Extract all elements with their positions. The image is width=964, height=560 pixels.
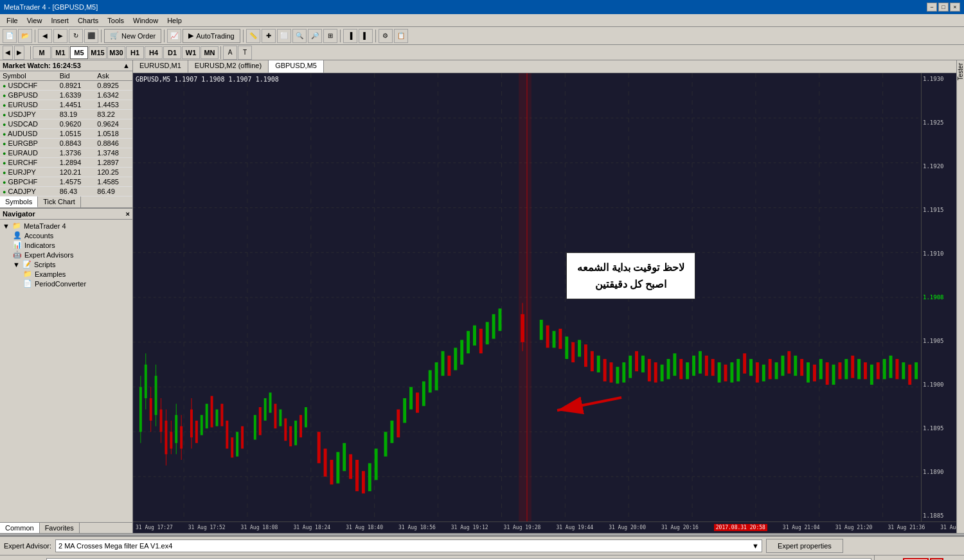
market-watch-row[interactable]: ● EURCHF 1.2894 1.2897 bbox=[0, 158, 132, 168]
svg-rect-117 bbox=[679, 359, 683, 379]
main-layout: Market Watch: 16:24:53 ▲ Symbol Bid Ask … bbox=[0, 60, 964, 533]
vertical-tester-tab[interactable]: Tester bbox=[957, 60, 964, 83]
toolbar-candle1-btn[interactable]: ▐ bbox=[343, 29, 357, 43]
menu-help[interactable]: Help bbox=[163, 15, 186, 26]
navigator-title: Navigator bbox=[3, 210, 35, 218]
tree-indicators[interactable]: 📊 Indicators bbox=[10, 240, 132, 250]
period-m30[interactable]: M30 bbox=[107, 46, 125, 59]
market-watch-row[interactable]: ● GBPCHF 1.4575 1.4585 bbox=[0, 177, 132, 187]
menu-insert[interactable]: Insert bbox=[47, 15, 73, 26]
svg-rect-113 bbox=[654, 362, 657, 382]
toolbar-stop-btn[interactable]: ⬛ bbox=[84, 29, 98, 43]
chart-tab-eurusd-m2[interactable]: EURUSD,M2 (offline) bbox=[188, 60, 269, 73]
tree-metatrader4[interactable]: ▼ 📁 MetaTrader 4 bbox=[0, 221, 132, 231]
svg-rect-95 bbox=[540, 320, 543, 340]
period-mn[interactable]: MN bbox=[201, 46, 219, 59]
autotrading-icon: ▶ bbox=[188, 31, 193, 40]
navigator-close[interactable]: × bbox=[126, 210, 130, 218]
market-watch-row[interactable]: ● USDJPY 83.19 83.22 bbox=[0, 110, 132, 119]
svg-rect-110 bbox=[635, 351, 638, 371]
toolbar-new-btn[interactable]: 📄 bbox=[3, 29, 17, 43]
svg-rect-121 bbox=[705, 356, 708, 376]
toolbar-grid-btn[interactable]: ⊞ bbox=[323, 29, 337, 43]
toolbar-sep2 bbox=[101, 30, 102, 42]
toolbar-cross-btn[interactable]: ✚ bbox=[262, 29, 276, 43]
period-nav-right[interactable]: ▶ bbox=[14, 46, 24, 60]
period-m15[interactable]: M15 bbox=[89, 46, 107, 59]
market-watch-row[interactable]: ● GBPUSD 1.6339 1.6342 bbox=[0, 91, 132, 100]
nav-tab-favorites[interactable]: Favorites bbox=[40, 523, 80, 533]
autotrading-button[interactable]: ▶ AutoTrading bbox=[183, 29, 240, 43]
toolbar-box-btn[interactable]: ⬜ bbox=[277, 29, 291, 43]
tree-scripts[interactable]: ▼ 📝 Scripts bbox=[10, 259, 132, 269]
menu-tools[interactable]: Tools bbox=[103, 15, 128, 26]
toolbar-fwd-btn[interactable]: ▶ bbox=[53, 29, 67, 43]
toolbar-open-btn[interactable]: 📂 bbox=[18, 29, 32, 43]
svg-rect-80 bbox=[422, 381, 425, 406]
toolbar-chart1-btn[interactable]: 📈 bbox=[167, 29, 181, 43]
ask-cell: 1.3748 bbox=[94, 148, 132, 158]
close-button[interactable]: × bbox=[950, 3, 960, 12]
tree-examples[interactable]: 📁 Examples bbox=[21, 269, 132, 279]
nav-tab-common[interactable]: Common bbox=[0, 523, 40, 533]
menu-file[interactable]: File bbox=[3, 15, 22, 26]
tree-expert-advisors[interactable]: 🤖 Expert Advisors bbox=[10, 250, 132, 259]
svg-rect-135 bbox=[794, 356, 797, 376]
market-watch-row[interactable]: ● CADJPY 86.43 86.49 bbox=[0, 187, 132, 197]
toolbar-sep6 bbox=[375, 30, 376, 42]
tab-tick-chart[interactable]: Tick Chart bbox=[38, 197, 81, 207]
ea-value: 2 MA Crosses Mega filter EA V1.ex4 bbox=[58, 542, 172, 550]
market-watch-row[interactable]: ● EURAUD 1.3736 1.3748 bbox=[0, 148, 132, 158]
toolbar-line-btn[interactable]: 📏 bbox=[246, 29, 260, 43]
restore-button[interactable]: □ bbox=[938, 3, 949, 12]
period-w1[interactable]: W1 bbox=[182, 46, 200, 59]
market-watch-row[interactable]: ● USDCHF 0.8921 0.8925 bbox=[0, 81, 132, 91]
period-d1[interactable]: D1 bbox=[163, 46, 181, 59]
market-watch-row[interactable]: ● EURJPY 120.21 120.25 bbox=[0, 168, 132, 177]
toolbar-indicator-btn[interactable]: ⚙ bbox=[379, 29, 393, 43]
period-m[interactable]: M bbox=[33, 46, 51, 59]
period-m5[interactable]: M5 bbox=[70, 46, 88, 59]
chart-tab-eurusd-m1[interactable]: EURUSD,M1 bbox=[133, 60, 188, 73]
tab-symbols[interactable]: Symbols bbox=[0, 197, 38, 207]
market-watch-row[interactable]: ● EURGBP 0.8843 0.8846 bbox=[0, 139, 132, 148]
menu-charts[interactable]: Charts bbox=[74, 15, 102, 26]
period-h4[interactable]: H4 bbox=[145, 46, 163, 59]
market-watch: Market Watch: 16:24:53 ▲ Symbol Bid Ask … bbox=[0, 60, 132, 209]
period-h1[interactable]: H1 bbox=[126, 46, 144, 59]
symbol-cell: ● USDJPY bbox=[0, 110, 57, 119]
minimize-button[interactable]: − bbox=[927, 3, 937, 12]
toolbar-refresh-btn[interactable]: ↻ bbox=[69, 29, 83, 43]
toolbar-template-btn[interactable]: 📋 bbox=[394, 29, 408, 43]
toolbar-candle2-btn[interactable]: ▌ bbox=[359, 29, 373, 43]
new-order-button[interactable]: 🛒 New Order bbox=[104, 29, 161, 43]
tooltip-line2: اصبح كل دقيقتين bbox=[577, 276, 684, 293]
price-6: 1.1908 bbox=[923, 294, 955, 301]
period-m1[interactable]: M1 bbox=[51, 46, 69, 59]
market-watch-row[interactable]: ● EURUSD 1.4451 1.4453 bbox=[0, 100, 132, 110]
menu-window[interactable]: Window bbox=[129, 15, 162, 26]
svg-rect-50 bbox=[231, 437, 233, 457]
chart-canvas[interactable]: GBPUSD,M5 1.1907 1.1908 1.1907 1.1908 bbox=[133, 73, 921, 521]
chart-tab-gbpusd-m5[interactable]: GBPUSD,M5 bbox=[269, 60, 324, 73]
tester-panel: Expert Advisor: 2 MA Crosses Mega filter… bbox=[0, 536, 964, 560]
expert-properties-btn[interactable]: Expert properties bbox=[766, 539, 843, 553]
price-1: 1.1930 bbox=[923, 76, 955, 82]
tree-accounts[interactable]: 👤 Accounts bbox=[10, 231, 132, 240]
period-extra1[interactable]: A bbox=[223, 46, 237, 60]
period-nav-left[interactable]: ◀ bbox=[3, 46, 13, 60]
svg-rect-68 bbox=[343, 443, 346, 471]
time-3: 31 Aug 18:08 bbox=[241, 525, 278, 530]
period-extra2[interactable]: T bbox=[238, 46, 252, 60]
toolbar-back-btn[interactable]: ◀ bbox=[38, 29, 52, 43]
market-watch-row[interactable]: ● AUDUSD 1.0515 1.0518 bbox=[0, 129, 132, 139]
ea-dropdown[interactable]: 2 MA Crosses Mega filter EA V1.ex4 ▼ bbox=[55, 539, 762, 552]
menu-bar: File View Insert Charts Tools Window Hel… bbox=[0, 14, 964, 27]
menu-view[interactable]: View bbox=[23, 15, 46, 26]
toolbar-zoom-in-btn[interactable]: 🔍 bbox=[292, 29, 307, 43]
tree-period-converter[interactable]: 📄 PeriodConverter bbox=[21, 279, 132, 288]
svg-rect-43 bbox=[195, 421, 198, 443]
toolbar-zoom-out-btn[interactable]: 🔎 bbox=[308, 29, 322, 43]
bid-cell: 86.43 bbox=[57, 187, 95, 197]
market-watch-row[interactable]: ● USDCAD 0.9620 0.9624 bbox=[0, 119, 132, 129]
